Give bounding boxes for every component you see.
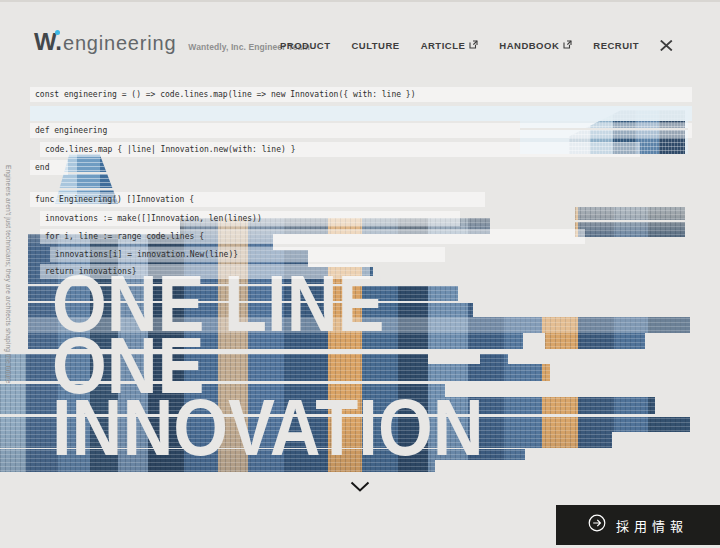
code-line: const engineering = () => code.lines.map…: [0, 87, 720, 102]
site-logo[interactable]: W. engineering Wantedly, Inc. Engineer T…: [34, 28, 310, 56]
arrow-right-circle-icon: [588, 514, 606, 536]
nav-item-article[interactable]: ARTICLE: [421, 40, 479, 51]
external-link-icon: [563, 40, 572, 51]
photo-strip: [480, 354, 508, 364]
logo-blue-dot-icon: [55, 30, 60, 35]
code-line: func Engineering() []Innovation {: [0, 192, 720, 207]
logo-name: engineering: [63, 32, 176, 55]
photo-strip: [545, 333, 645, 349]
main-nav: PRODUCT CULTURE ARTICLE HANDBOOK RECRUIT: [280, 40, 673, 51]
glitch-blue-strip: [0, 106, 720, 121]
nav-item-culture[interactable]: CULTURE: [351, 40, 399, 51]
code-line: innovations := make([]Innovation, len(li…: [0, 211, 720, 226]
recruit-button-label: 採用情報: [616, 516, 688, 535]
recruit-info-button[interactable]: 採用情報: [556, 505, 720, 545]
code-line: for i, line := range code.lines {: [0, 229, 720, 244]
hero-section: ONE LINE ONE INNOVATION const engineerin…: [0, 2, 720, 548]
x-social-icon[interactable]: [660, 40, 673, 51]
headline-line-2: ONE: [52, 326, 205, 388]
code-line: return innovations}: [0, 264, 720, 279]
nav-item-product[interactable]: PRODUCT: [280, 40, 330, 51]
code-line: end: [0, 160, 720, 175]
nav-item-handbook[interactable]: HANDBOOK: [499, 40, 572, 51]
external-link-icon: [469, 40, 478, 51]
side-note-vertical-text: Engineers aren't just technicians; they …: [5, 165, 12, 386]
code-line: code.lines.map { |line| Innovation.new(w…: [0, 142, 720, 157]
chevron-down-icon[interactable]: [350, 479, 370, 491]
code-line: def engineering: [0, 123, 720, 138]
nav-item-recruit[interactable]: RECRUIT: [593, 40, 639, 51]
code-line: innovations[i] = innovation.New(line)}: [0, 247, 720, 262]
headline-line-3: INNOVATION: [52, 388, 484, 450]
